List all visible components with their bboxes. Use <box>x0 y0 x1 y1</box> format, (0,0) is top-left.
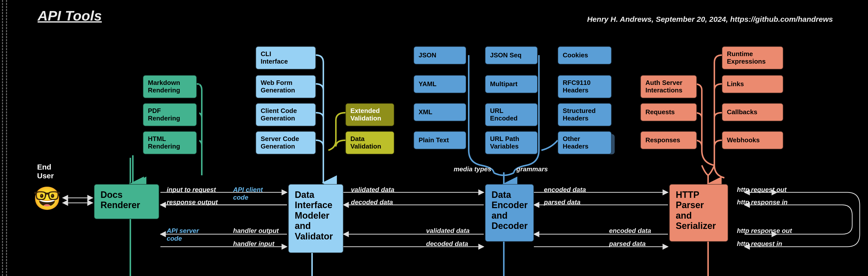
json-seq-box: JSON Seq <box>485 46 538 64</box>
decoded-data-client-label: decoded data <box>351 198 393 206</box>
diagram-canvas: API Tools Henry H. Andrews, September 20… <box>0 0 868 276</box>
api-server-code-label: API server code <box>167 227 199 242</box>
nerd-face-emoji: 🤓 <box>33 185 61 212</box>
other-headers-box: Other Headers <box>558 131 612 154</box>
url-encoded-box: URL Encoded <box>485 103 538 126</box>
webhooks-box: Webhooks <box>722 131 783 149</box>
page-title: API Tools <box>38 7 102 24</box>
api-client-code-label: API client code <box>233 186 263 201</box>
data-interface-modeler-validator-node: Data Interface Modeler and Validator <box>288 184 343 253</box>
decoded-data-server-label: decoded data <box>426 240 468 248</box>
data-validation-box: Data Validation <box>345 131 394 154</box>
callbacks-box: Callbacks <box>722 103 783 121</box>
parsed-data-server-label: parsed data <box>609 240 646 248</box>
handler-output-label: handler output <box>233 227 279 235</box>
http-response-in-label: http response in <box>737 198 787 206</box>
attribution-text: Henry H. Andrews, September 20, 2024, ht… <box>587 15 833 24</box>
media-types-label: media types <box>454 165 491 173</box>
http-request-in-label: http request in <box>737 240 782 248</box>
yaml-box: YAML <box>413 75 466 93</box>
parsed-data-client-label: parsed data <box>544 198 581 206</box>
requests-box: Requests <box>641 103 697 121</box>
structured-headers-box: Structured Headers <box>558 103 612 126</box>
responses-box: Responses <box>641 131 697 149</box>
http-response-out-label: http response out <box>737 227 792 235</box>
left-dashed-border-2 <box>6 0 7 276</box>
html-rendering-box: HTML Rendering <box>143 131 197 154</box>
input-to-request-label: input to request <box>167 186 216 194</box>
response-output-label: response output <box>167 198 218 206</box>
markdown-rendering-box: Markdown Rendering <box>143 75 197 98</box>
web-form-generation-box: Web Form Generation <box>256 75 316 98</box>
handler-input-label: handler input <box>233 240 275 248</box>
cli-interface-box: CLI Interface <box>256 46 316 69</box>
rfc9110-headers-box: RFC9110 Headers <box>558 75 612 98</box>
grammars-label: grammars <box>516 165 548 173</box>
pdf-rendering-box: PDF Rendering <box>143 103 197 126</box>
auth-server-interactions-box: Auth Server Interactions <box>641 75 697 98</box>
encoded-data-client-label: encoded data <box>544 186 586 194</box>
url-path-variables-box: URL Path Variables <box>485 131 538 154</box>
left-dashed-border <box>2 0 3 276</box>
data-encoder-decoder-node: Data Encoder and Decoder <box>485 184 534 242</box>
plain-text-box: Plain Text <box>413 131 466 149</box>
validated-data-server-label: validated data <box>426 227 469 235</box>
http-parser-serializer-node: HTTP Parser and Serializer <box>669 184 728 242</box>
cookies-box: Cookies <box>558 46 612 64</box>
runtime-expressions-box: Runtime Expressions <box>722 46 783 69</box>
extended-validation-box: Extended Validation <box>345 103 394 126</box>
multipart-box: Multipart <box>485 75 538 93</box>
json-box: JSON <box>413 46 466 64</box>
links-box: Links <box>722 75 783 93</box>
xml-box: XML <box>413 103 466 121</box>
docs-renderer-node: Docs Renderer <box>94 184 159 219</box>
encoded-data-server-label: encoded data <box>609 227 651 235</box>
server-code-generation-box: Server Code Generation <box>256 131 316 154</box>
end-user-label: End User <box>37 163 54 180</box>
http-request-out-label: http request out <box>737 186 786 194</box>
client-code-generation-box: Client Code Generation <box>256 103 316 126</box>
validated-data-client-label: validated data <box>351 186 394 194</box>
